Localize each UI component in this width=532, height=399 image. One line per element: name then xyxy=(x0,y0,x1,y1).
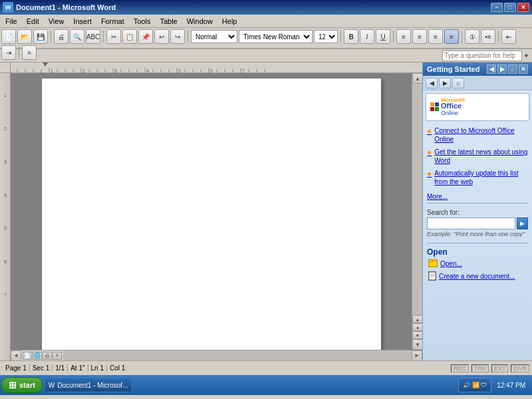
search-example: Example: "Print more than one copy" xyxy=(427,231,528,237)
panel-search: Search for: ▶ Example: "Print more than … xyxy=(423,206,532,240)
panel-search-input[interactable] xyxy=(427,217,515,229)
menu-bar: File Edit View Insert Format Tools Table… xyxy=(0,15,532,28)
menu-tools[interactable]: Tools xyxy=(130,16,155,27)
panel-forward-button[interactable]: ▶ xyxy=(497,65,507,74)
more-btn[interactable]: » xyxy=(22,45,37,60)
minimize-button[interactable]: − xyxy=(491,3,503,12)
outline-view[interactable]: ≡ xyxy=(53,352,62,360)
help-dropdown-icon[interactable]: ▼ xyxy=(523,53,529,59)
v-mark-1: 1 xyxy=(4,93,7,98)
menu-view[interactable]: View xyxy=(45,16,68,27)
ruler-svg xyxy=(11,63,422,73)
cut-button[interactable]: ✂ xyxy=(106,29,121,44)
panel-close-button[interactable]: ✕ xyxy=(519,65,528,74)
bullets-button[interactable]: •≡ xyxy=(481,29,495,44)
panel-controls: ◀ ▶ ⌂ ✕ xyxy=(487,65,528,74)
size-select[interactable]: 12 xyxy=(314,30,338,43)
align-center-button[interactable]: ≡ xyxy=(412,29,427,44)
vertical-ruler: 1 2 3 4 5 6 7 xyxy=(0,73,11,360)
document-page[interactable] xyxy=(42,78,381,350)
menu-edit[interactable]: Edit xyxy=(23,16,43,27)
start-button[interactable]: ⊞ start xyxy=(1,377,43,393)
open-button[interactable]: 📂 xyxy=(17,29,32,44)
doc-scroll: 1 2 3 4 5 6 7 xyxy=(11,63,422,360)
panel-back-button[interactable]: ◀ xyxy=(487,65,496,74)
scroll-prev-page[interactable]: ▲ xyxy=(412,315,422,323)
bullet-1: ● xyxy=(427,127,432,135)
print-button[interactable]: 🖨 xyxy=(54,29,68,44)
menu-format[interactable]: Format xyxy=(97,16,128,27)
redo-button[interactable]: ↪ xyxy=(170,29,185,44)
svg-rect-33 xyxy=(429,260,432,262)
align-right-button[interactable]: ≡ xyxy=(428,29,443,44)
panel-section-open: Open xyxy=(423,246,532,258)
menu-insert[interactable]: Insert xyxy=(69,16,96,27)
new-button[interactable]: 📄 xyxy=(1,29,16,44)
panel-link-1[interactable]: ● Connect to Microsoft Office Online xyxy=(427,126,528,144)
task-icon: W xyxy=(49,382,55,389)
sep6 xyxy=(462,31,462,43)
maximize-button[interactable]: □ xyxy=(504,3,516,12)
menu-window[interactable]: Window xyxy=(183,16,217,27)
undo-button[interactable]: ↩ xyxy=(154,29,169,44)
panel-nav-home[interactable]: ⌂ xyxy=(452,78,464,88)
save-button[interactable]: 💾 xyxy=(33,29,48,44)
close-button[interactable]: ✕ xyxy=(517,3,529,12)
underline-button[interactable]: U xyxy=(376,29,390,44)
align-left-button[interactable]: ≡ xyxy=(396,29,411,44)
windows-logo: ⊞ xyxy=(9,380,17,390)
print-view[interactable]: 🖨 xyxy=(43,352,52,360)
panel-content: Microsoft® Office Online ● Connect to Mi… xyxy=(423,90,532,360)
help-search-input[interactable] xyxy=(442,51,522,61)
open-file-item[interactable]: Open... xyxy=(423,258,532,269)
indent-increase-button[interactable]: ⇥ xyxy=(1,45,16,60)
spell-button[interactable]: ABC xyxy=(86,29,100,44)
create-doc-item[interactable]: Create a new document... xyxy=(423,270,532,282)
print-preview-button[interactable]: 🔍 xyxy=(70,29,84,44)
more-link[interactable]: More... xyxy=(423,193,532,200)
font-select[interactable]: Times New Roman xyxy=(239,30,313,43)
menu-help[interactable]: Help xyxy=(218,16,241,27)
panel-title: Getting Started xyxy=(427,65,479,73)
numbering-button[interactable]: ① xyxy=(465,29,479,44)
taskbar-word-task[interactable]: W Document1 - Microsof... xyxy=(44,378,133,392)
web-view[interactable]: 🌐 xyxy=(33,352,42,360)
menu-table[interactable]: Table xyxy=(156,16,181,27)
panel-nav-back[interactable]: ◀ xyxy=(426,78,438,88)
scroll-next-page[interactable]: ▼ xyxy=(412,331,422,339)
indent-decrease-button[interactable]: ⇤ xyxy=(501,29,516,44)
bullet-2: ● xyxy=(427,148,432,156)
open-label: Open... xyxy=(440,260,462,267)
status-at: At 1" xyxy=(68,364,88,372)
align-justify-button[interactable]: ≡ xyxy=(444,29,459,44)
italic-button[interactable]: I xyxy=(360,29,374,44)
panel-link-3[interactable]: ● Automatically update this list from th… xyxy=(427,169,528,186)
vertical-scrollbar[interactable]: ▲ ▲ ● ▼ ▼ xyxy=(412,73,422,350)
bold-button[interactable]: B xyxy=(344,29,358,44)
search-go-button[interactable]: ▶ xyxy=(517,217,528,229)
office-logo-box: Microsoft® Office Online xyxy=(426,93,529,121)
panel-link-2[interactable]: ● Get the latest news about using Word xyxy=(427,148,528,165)
copy-button[interactable]: 📋 xyxy=(122,29,137,44)
normal-view[interactable]: 📄 xyxy=(23,352,32,360)
search-row: ▶ xyxy=(427,217,528,229)
scroll-select[interactable]: ● xyxy=(412,323,422,331)
h-scroll-track[interactable] xyxy=(63,350,412,360)
app-icon: W xyxy=(3,2,13,13)
link-label-3: Automatically update this list from the … xyxy=(434,169,528,186)
panel-titlebar: Getting Started ◀ ▶ ⌂ ✕ xyxy=(423,63,532,76)
scroll-down-button[interactable]: ▼ xyxy=(412,339,422,350)
scroll-up-button[interactable]: ▲ xyxy=(412,73,422,84)
scroll-track-v[interactable] xyxy=(412,84,422,315)
status-ext: EXT xyxy=(491,364,509,372)
sep8 xyxy=(19,47,19,59)
task-label: Document1 - Microsof... xyxy=(57,382,128,389)
scroll-right-button[interactable]: ► xyxy=(412,350,422,361)
panel-home-button[interactable]: ⌂ xyxy=(508,65,517,74)
paste-button[interactable]: 📌 xyxy=(138,29,153,44)
menu-file[interactable]: File xyxy=(1,16,21,27)
page-container[interactable] xyxy=(11,73,412,350)
panel-nav-forward[interactable]: ▶ xyxy=(439,78,451,88)
style-select[interactable]: Normal xyxy=(191,30,237,43)
scroll-left-button[interactable]: ◄ xyxy=(11,350,21,361)
